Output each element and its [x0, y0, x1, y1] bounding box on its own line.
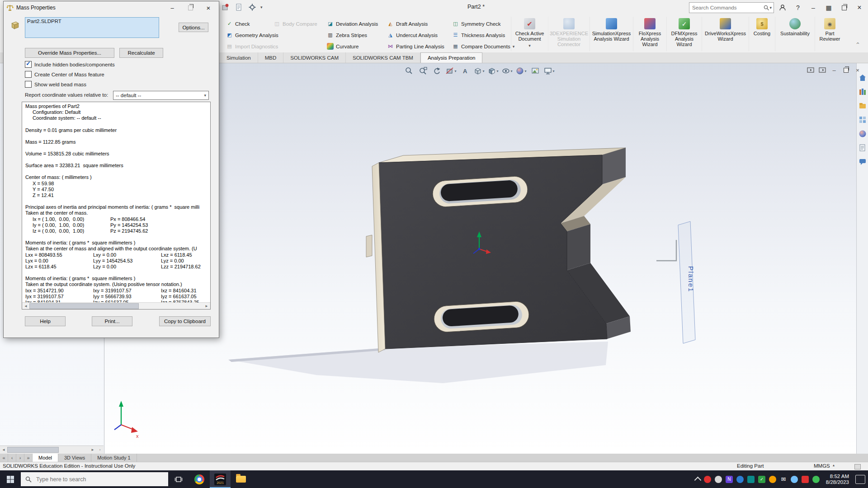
solidworks-forum-icon[interactable] — [858, 157, 867, 166]
display-style-icon[interactable]: ▾ — [488, 66, 499, 76]
taskbar-search[interactable] — [21, 472, 168, 486]
print-button[interactable]: Print... — [92, 316, 132, 326]
ribbon-collapse-icon[interactable]: › — [854, 42, 861, 44]
scrollbar-thumb[interactable] — [7, 447, 59, 453]
units-caret-icon[interactable]: ▴ — [833, 463, 835, 467]
status-options-icon[interactable] — [854, 464, 861, 469]
tray-icon[interactable] — [769, 476, 776, 483]
design-library-icon[interactable] — [858, 87, 867, 96]
view-orientation-icon[interactable]: ▾ — [474, 66, 485, 76]
checkbox-box[interactable] — [25, 71, 32, 78]
dock-left-icon[interactable] — [807, 66, 815, 74]
ribbon-parting-line-analysis-button[interactable]: ⋈Parting Line Analysis — [387, 41, 444, 52]
scroll-right-icon[interactable]: ► — [89, 448, 96, 452]
ribbon-sustainability-button[interactable]: Sustainability — [775, 17, 815, 51]
zoom-to-area-icon[interactable] — [418, 66, 429, 76]
apply-scene-icon[interactable] — [530, 66, 541, 76]
dialog-minimize-icon[interactable]: – — [165, 2, 180, 13]
ribbon-check-button[interactable]: ✓Check — [226, 18, 278, 29]
dropdown-caret-icon[interactable]: ▾ — [769, 5, 772, 10]
restore-icon[interactable] — [837, 2, 851, 14]
ribbon-thickness-analysis-button[interactable]: ☰Thickness Analysis — [452, 29, 514, 41]
task-view-button[interactable] — [168, 470, 189, 488]
selected-item-field[interactable]: Part2.SLDPRT — [25, 17, 159, 38]
tab-solidworks-cam-tbm[interactable]: SOLIDWORKS CAM TBM — [346, 52, 420, 63]
scroll-right-icon[interactable]: ► — [203, 304, 210, 308]
appearances-scenes-icon[interactable] — [858, 129, 867, 138]
checkbox-show-weld-bead-mass[interactable]: Show weld bead mass — [25, 81, 86, 88]
taskbar-clock[interactable]: 8:52 AM 8/28/2023 — [823, 474, 852, 485]
ribbon-part-reviewer-button[interactable]: ◉ Part Reviewer — [815, 17, 844, 51]
dialog-maximize-icon[interactable] — [183, 2, 198, 13]
tab-simulation[interactable]: Simulation — [220, 52, 258, 63]
ribbon-symmetry-check-button[interactable]: ◫Symmetry Check — [452, 18, 514, 29]
model-icon[interactable] — [220, 2, 231, 13]
tab-mbd[interactable]: MBD — [258, 52, 284, 63]
ribbon-floxpress-button[interactable]: FloXpress Analysis Wizard — [633, 17, 666, 51]
section-view-icon[interactable]: ▾ — [446, 66, 457, 76]
previous-view-icon[interactable] — [432, 66, 443, 76]
dialog-close-icon[interactable]: × — [201, 2, 216, 13]
part-model[interactable] — [366, 148, 631, 352]
taskbar-search-input[interactable] — [35, 476, 164, 483]
options-button[interactable]: Options... — [179, 23, 208, 32]
tab-solidworks-cam[interactable]: SOLIDWORKS CAM — [283, 52, 346, 63]
tray-icon[interactable] — [791, 476, 798, 483]
tray-icon[interactable] — [736, 476, 744, 483]
custom-properties-icon[interactable] — [858, 143, 867, 152]
checkbox-box[interactable] — [25, 61, 32, 68]
scroll-left-icon[interactable]: ◄ — [22, 304, 29, 308]
tray-icon[interactable]: ✓ — [758, 476, 765, 483]
tab-motion-study-1[interactable]: Motion Study 1 — [91, 454, 137, 462]
mass-properties-report[interactable]: Mass properties of Part2 Configuration: … — [22, 102, 211, 310]
annotations-icon[interactable]: A — [460, 66, 471, 76]
tab-analysis-preparation[interactable]: Analysis Preparation — [420, 52, 482, 63]
tab-scroll-last-icon[interactable]: » — [24, 454, 33, 462]
file-explorer-taskbar-icon[interactable] — [231, 470, 251, 488]
tray-icon[interactable] — [802, 476, 809, 483]
ribbon-simulationxpress-button[interactable]: SimulationXpress Analysis Wizard — [590, 17, 633, 51]
ribbon-costing-button[interactable]: $ Costing — [749, 17, 775, 51]
dropdown-caret-icon[interactable]: ▾ — [260, 5, 263, 9]
ribbon-driveworksxpress-button[interactable]: DriveWorksXpress Wizard — [702, 17, 749, 51]
document-minimize-icon[interactable]: – — [830, 66, 838, 74]
minimize-icon[interactable]: – — [807, 2, 820, 14]
hide-show-items-icon[interactable]: ▾ — [502, 66, 513, 76]
view-settings-icon[interactable]: ▾ — [544, 66, 555, 76]
layout-grid-icon[interactable]: ▦ — [822, 2, 835, 14]
command-search[interactable]: ▾ — [689, 2, 774, 13]
close-icon[interactable]: × — [853, 2, 866, 14]
ribbon-zebra-stripes-button[interactable]: ▥Zebra Stripes — [327, 29, 378, 41]
tray-mail-icon[interactable]: ✉ — [780, 476, 787, 483]
file-explorer-icon[interactable] — [858, 101, 867, 110]
tray-expand-icon[interactable] — [694, 477, 702, 484]
ribbon-compare-documents-button[interactable]: ▦Compare Documents▾ — [452, 41, 514, 52]
start-button[interactable] — [0, 470, 21, 488]
ribbon-draft-analysis-button[interactable]: ◭Draft Analysis — [387, 18, 444, 29]
units-selector[interactable]: MMGS — [814, 463, 830, 469]
ribbon-curvature-button[interactable]: Curvature — [327, 41, 378, 52]
ribbon-geometry-analysis-button[interactable]: ◩Geometry Analysis — [226, 29, 278, 41]
tab-scroll-left-icon[interactable]: ‹ — [8, 454, 16, 462]
report-hscrollbar[interactable]: ◄ ► — [22, 302, 210, 309]
options-gear-icon[interactable] — [247, 2, 258, 13]
command-search-input[interactable] — [691, 5, 764, 11]
document-restore-icon[interactable] — [842, 66, 850, 74]
override-mass-properties-button[interactable]: Override Mass Properties... — [25, 48, 114, 58]
tab-3d-views[interactable]: 3D Views — [58, 454, 91, 462]
ribbon-import-diagnostics-button[interactable]: ▤Import Diagnostics — [226, 41, 278, 52]
ribbon-check-active-document-button[interactable]: ✔ Check Active Document ▾ — [511, 17, 548, 51]
edit-appearance-icon[interactable]: ▾ — [516, 66, 527, 76]
feature-manager-hscrollbar[interactable]: ◄ ► › — [0, 446, 104, 454]
scrollbar-thumb[interactable] — [29, 303, 139, 309]
view-palette-icon[interactable] — [858, 115, 867, 124]
tray-icon[interactable] — [812, 476, 820, 483]
notification-center-icon[interactable] — [855, 475, 865, 484]
zoom-to-fit-icon[interactable] — [404, 66, 415, 76]
help-button[interactable]: Help — [25, 316, 66, 326]
chrome-taskbar-icon[interactable] — [189, 470, 210, 488]
tray-icon[interactable]: N — [726, 476, 733, 483]
user-account-icon[interactable] — [776, 2, 789, 14]
copy-to-clipboard-button[interactable]: Copy to Clipboard — [159, 316, 211, 326]
checkbox-create-center-of-mass[interactable]: Create Center of Mass feature — [25, 71, 104, 78]
